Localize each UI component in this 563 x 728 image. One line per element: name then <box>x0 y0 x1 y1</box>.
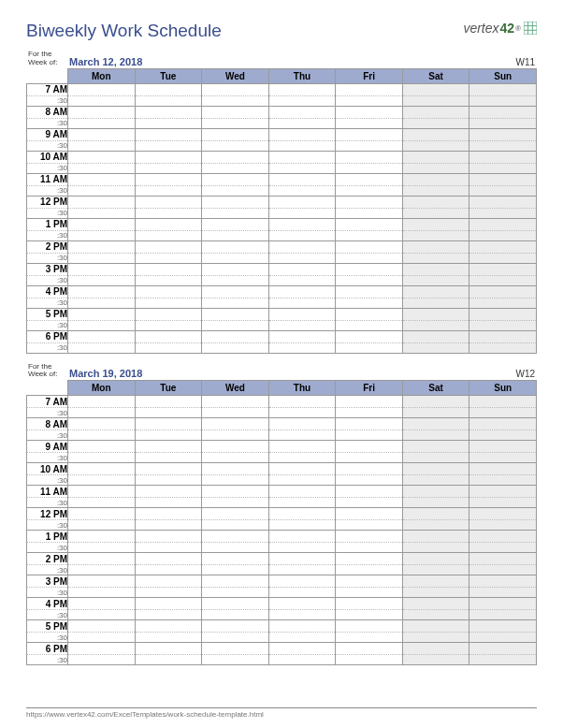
schedule-cell <box>202 598 269 610</box>
schedule-cell <box>68 275 136 285</box>
schedule-cell <box>68 610 136 620</box>
schedule-cell <box>469 83 537 95</box>
schedule-cell <box>268 643 336 655</box>
schedule-cell <box>402 140 469 151</box>
schedule-cell <box>336 106 403 118</box>
schedule-cell <box>268 396 336 408</box>
time-label-hour: 5 PM <box>27 308 68 320</box>
schedule-cell <box>268 95 336 106</box>
schedule-cell <box>68 531 136 543</box>
schedule-cell <box>402 565 469 575</box>
schedule-cell <box>68 140 136 151</box>
day-header: Thu <box>268 68 336 83</box>
schedule-cell <box>268 342 336 353</box>
schedule-cell <box>202 320 269 330</box>
schedule-cell <box>202 163 269 173</box>
day-header: Fri <box>336 68 403 83</box>
day-header: Wed <box>202 68 269 83</box>
schedule-cell <box>68 185 136 196</box>
schedule-cell <box>336 575 403 588</box>
schedule-cell <box>135 118 202 128</box>
schedule-cell <box>469 95 537 106</box>
schedule-cell <box>68 230 136 240</box>
day-header: Mon <box>68 68 136 83</box>
schedule-cell <box>202 151 269 163</box>
schedule-cell <box>336 208 403 218</box>
schedule-cell <box>268 173 336 185</box>
schedule-cell <box>336 118 403 128</box>
schedule-cell <box>402 441 469 453</box>
time-label-half: :30 <box>27 342 68 353</box>
schedule-cell <box>135 320 202 330</box>
schedule-cell <box>135 575 202 588</box>
schedule-cell <box>402 185 469 196</box>
schedule-cell <box>68 598 136 610</box>
schedule-cell <box>469 463 537 475</box>
schedule-cell <box>336 275 403 285</box>
time-label-hour: 8 AM <box>27 106 68 118</box>
schedule-cell <box>336 95 403 106</box>
time-label-hour: 2 PM <box>27 240 68 253</box>
time-label-hour: 4 PM <box>27 598 68 610</box>
schedule-cell <box>135 163 202 173</box>
schedule-cell <box>336 218 403 230</box>
schedule-cell <box>202 531 269 543</box>
time-label-half: :30 <box>27 655 68 665</box>
schedule-cell <box>268 253 336 263</box>
schedule-cell <box>68 520 136 531</box>
schedule-cell <box>68 633 136 643</box>
schedule-cell <box>135 441 202 453</box>
schedule-cell <box>68 330 136 342</box>
day-header: Sat <box>402 381 469 396</box>
schedule-cell <box>469 643 537 655</box>
schedule-cell <box>68 508 136 520</box>
schedule-cell <box>336 230 403 240</box>
schedule-cell <box>268 620 336 633</box>
schedule-cell <box>336 408 403 418</box>
time-label-half: :30 <box>27 498 68 508</box>
time-label-hour: 5 PM <box>27 620 68 633</box>
schedule-cell <box>268 453 336 463</box>
schedule-cell <box>268 430 336 441</box>
schedule-cell <box>135 610 202 620</box>
schedule-cell <box>268 486 336 498</box>
schedule-cell <box>469 486 537 498</box>
day-header: Sun <box>469 68 537 83</box>
schedule-cell <box>402 610 469 620</box>
time-label-hour: 8 AM <box>27 418 68 430</box>
schedule-cell <box>268 508 336 520</box>
schedule-table: MonTueWedThuFriSatSun7 AM:308 AM:309 AM:… <box>26 68 537 354</box>
schedule-cell <box>68 240 136 253</box>
schedule-cell <box>469 441 537 453</box>
schedule-cell <box>202 308 269 320</box>
schedule-cell <box>268 263 336 275</box>
schedule-cell <box>336 253 403 263</box>
schedule-cell <box>268 185 336 196</box>
schedule-cell <box>135 173 202 185</box>
day-header: Wed <box>202 381 269 396</box>
time-label-half: :30 <box>27 520 68 531</box>
schedule-cell <box>268 151 336 163</box>
schedule-cell <box>402 342 469 353</box>
schedule-cell <box>135 453 202 463</box>
schedule-cell <box>402 230 469 240</box>
schedule-cell <box>336 396 403 408</box>
schedule-cell <box>135 342 202 353</box>
schedule-cell <box>202 553 269 565</box>
time-header-blank <box>27 381 68 396</box>
schedule-cell <box>469 253 537 263</box>
schedule-cell <box>402 408 469 418</box>
time-label-half: :30 <box>27 408 68 418</box>
vertex42-logo: vertex42® <box>463 21 537 36</box>
schedule-cell <box>469 285 537 298</box>
time-label-hour: 4 PM <box>27 285 68 298</box>
week-date: March 12, 2018 <box>69 56 142 67</box>
schedule-cell <box>469 140 537 151</box>
schedule-cell <box>336 565 403 575</box>
schedule-cell <box>268 218 336 230</box>
schedule-cell <box>469 240 537 253</box>
schedule-cell <box>135 643 202 655</box>
schedule-cell <box>402 173 469 185</box>
schedule-cell <box>68 151 136 163</box>
schedule-cell <box>469 320 537 330</box>
